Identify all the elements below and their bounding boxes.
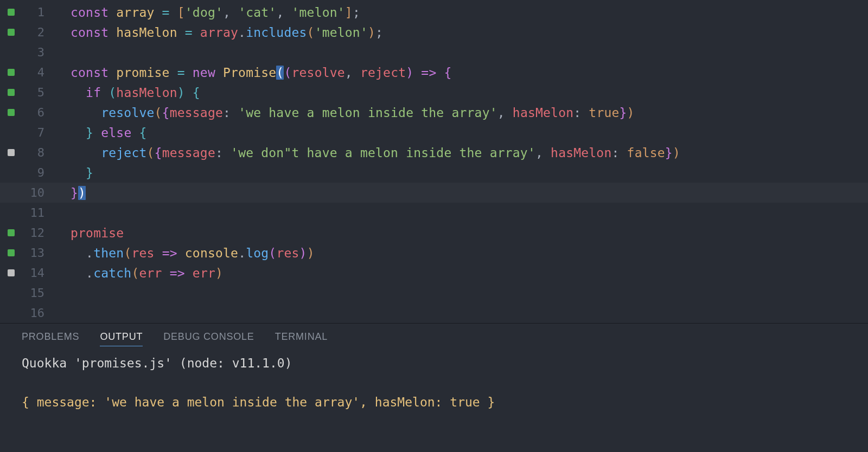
bottom-panel: PROBLEMS OUTPUT DEBUG CONSOLE TERMINAL Q… bbox=[0, 323, 868, 452]
code-line[interactable]: 14 .catch(err => err) bbox=[0, 263, 868, 283]
output-line: { message: 'we have a melon inside the a… bbox=[22, 392, 846, 412]
coverage-dot-covered bbox=[8, 109, 15, 116]
line-number: 6 bbox=[22, 106, 49, 119]
line-number: 8 bbox=[22, 146, 49, 159]
code-line[interactable]: 11 bbox=[0, 203, 868, 223]
tab-debug-console[interactable]: DEBUG CONSOLE bbox=[163, 331, 254, 346]
code-content: const hasMelon = array.includes('melon')… bbox=[49, 25, 383, 40]
code-line[interactable]: 5 if (hasMelon) { bbox=[0, 82, 868, 102]
code-line[interactable]: 8 reject({message: 'we don"t have a melo… bbox=[0, 143, 868, 163]
code-editor[interactable]: 1 const array = ['dog', 'cat', 'melon'];… bbox=[0, 0, 868, 323]
line-number: 9 bbox=[22, 166, 49, 179]
output-blank bbox=[22, 373, 846, 392]
code-content: }) bbox=[49, 186, 86, 200]
matched-bracket-open: ( bbox=[276, 66, 284, 80]
gutter-marker bbox=[0, 269, 22, 276]
tab-output[interactable]: OUTPUT bbox=[100, 331, 143, 346]
coverage-dot-covered bbox=[8, 89, 15, 96]
gutter-marker bbox=[0, 69, 22, 76]
code-content: if (hasMelon) { bbox=[49, 86, 200, 100]
line-number: 4 bbox=[22, 66, 49, 79]
code-line[interactable]: 2 const hasMelon = array.includes('melon… bbox=[0, 22, 868, 42]
code-line[interactable]: 7 } else { bbox=[0, 122, 868, 143]
code-content: promise bbox=[49, 226, 124, 240]
coverage-dot-covered bbox=[8, 9, 15, 16]
tab-problems[interactable]: PROBLEMS bbox=[22, 331, 79, 346]
code-content: const array = ['dog', 'cat', 'melon']; bbox=[49, 5, 360, 20]
line-number: 12 bbox=[22, 226, 49, 240]
line-number: 11 bbox=[22, 206, 49, 219]
output-header: Quokka 'promises.js' (node: v11.1.0) bbox=[22, 353, 846, 373]
code-line[interactable]: 16 bbox=[0, 303, 868, 323]
code-content: .then(res => console.log(res)) bbox=[49, 246, 315, 260]
output-console[interactable]: Quokka 'promises.js' (node: v11.1.0) { m… bbox=[22, 353, 846, 412]
coverage-dot-covered bbox=[8, 29, 15, 36]
gutter-marker bbox=[0, 249, 22, 256]
matched-bracket-close: ) bbox=[78, 186, 86, 200]
gutter-marker bbox=[0, 149, 22, 156]
code-line-current[interactable]: 10 }) bbox=[0, 183, 868, 203]
code-content: reject({message: 'we don"t have a melon … bbox=[49, 146, 680, 160]
line-number: 2 bbox=[22, 25, 49, 39]
coverage-dot-uncovered bbox=[8, 269, 15, 276]
code-content: } else { bbox=[49, 126, 147, 140]
code-content: const promise = new Promise((resolve, re… bbox=[49, 66, 452, 80]
line-number: 3 bbox=[22, 46, 49, 59]
line-number: 15 bbox=[22, 286, 49, 300]
code-line[interactable]: 3 bbox=[0, 42, 868, 62]
line-number: 7 bbox=[22, 126, 49, 139]
code-line[interactable]: 13 .then(res => console.log(res)) bbox=[0, 243, 868, 263]
gutter-marker bbox=[0, 9, 22, 16]
gutter-marker bbox=[0, 229, 22, 236]
line-number: 1 bbox=[22, 5, 49, 19]
code-line[interactable]: 6 resolve({message: 'we have a melon ins… bbox=[0, 102, 868, 122]
code-line[interactable]: 9 } bbox=[0, 163, 868, 183]
code-line[interactable]: 12 promise bbox=[0, 223, 868, 243]
line-number: 14 bbox=[22, 266, 49, 280]
coverage-dot-covered bbox=[8, 249, 15, 256]
gutter-marker bbox=[0, 109, 22, 116]
tab-terminal[interactable]: TERMINAL bbox=[275, 331, 328, 346]
line-number: 10 bbox=[22, 186, 49, 199]
line-number: 13 bbox=[22, 246, 49, 260]
code-line[interactable]: 1 const array = ['dog', 'cat', 'melon']; bbox=[0, 2, 868, 22]
line-number: 5 bbox=[22, 86, 49, 99]
editor-root: 1 const array = ['dog', 'cat', 'melon'];… bbox=[0, 0, 868, 452]
code-line[interactable]: 4 const promise = new Promise((resolve, … bbox=[0, 62, 868, 82]
coverage-dot-covered bbox=[8, 229, 15, 236]
line-number: 16 bbox=[22, 306, 49, 320]
coverage-dot-uncovered bbox=[8, 149, 15, 156]
gutter-marker bbox=[0, 89, 22, 96]
code-line[interactable]: 15 bbox=[0, 283, 868, 303]
coverage-dot-covered bbox=[8, 69, 15, 76]
panel-tabs: PROBLEMS OUTPUT DEBUG CONSOLE TERMINAL bbox=[22, 331, 846, 346]
code-content: } bbox=[49, 166, 93, 180]
code-content: resolve({message: 'we have a melon insid… bbox=[49, 106, 635, 120]
code-content: .catch(err => err) bbox=[49, 266, 223, 280]
gutter-marker bbox=[0, 29, 22, 36]
